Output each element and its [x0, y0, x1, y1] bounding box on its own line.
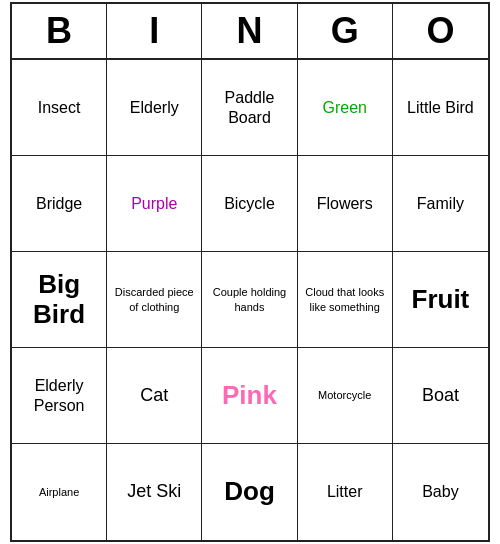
bingo-cell: Boat — [393, 348, 488, 444]
header-letter: I — [107, 4, 202, 58]
cell-text: Jet Ski — [127, 481, 181, 503]
bingo-cell: Little Bird — [393, 60, 488, 156]
bingo-cell: Pink — [202, 348, 297, 444]
cell-text: Green — [322, 98, 366, 117]
cell-text: Discarded piece of clothing — [111, 285, 197, 314]
cell-text: Boat — [422, 385, 459, 407]
cell-text: Paddle Board — [206, 88, 292, 126]
bingo-cell: Purple — [107, 156, 202, 252]
cell-text: Litter — [327, 482, 363, 501]
bingo-cell: Jet Ski — [107, 444, 202, 540]
bingo-cell: Dog — [202, 444, 297, 540]
cell-text: Airplane — [39, 485, 79, 499]
bingo-cell: Paddle Board — [202, 60, 297, 156]
cell-text: Little Bird — [407, 98, 474, 117]
bingo-cell: Fruit — [393, 252, 488, 348]
bingo-cell: Elderly Person — [12, 348, 107, 444]
header-letter: N — [202, 4, 297, 58]
header-letter: B — [12, 4, 107, 58]
bingo-cell: Green — [298, 60, 393, 156]
cell-text: Motorcycle — [318, 388, 371, 402]
bingo-cell: Family — [393, 156, 488, 252]
bingo-cell: Bridge — [12, 156, 107, 252]
cell-text: Big Bird — [16, 270, 102, 330]
cell-text: Dog — [224, 477, 275, 507]
cell-text: Fruit — [412, 285, 470, 315]
bingo-cell: Big Bird — [12, 252, 107, 348]
cell-text: Cat — [140, 385, 168, 407]
bingo-cell: Baby — [393, 444, 488, 540]
cell-text: Elderly — [130, 98, 179, 117]
bingo-card: BINGO InsectElderlyPaddle BoardGreenLitt… — [10, 2, 490, 542]
bingo-cell: Couple holding hands — [202, 252, 297, 348]
cell-text: Bicycle — [224, 194, 275, 213]
cell-text: Flowers — [317, 194, 373, 213]
header-letter: G — [298, 4, 393, 58]
bingo-cell: Cat — [107, 348, 202, 444]
cell-text: Baby — [422, 482, 458, 501]
bingo-header: BINGO — [12, 4, 488, 60]
bingo-cell: Motorcycle — [298, 348, 393, 444]
cell-text: Bridge — [36, 194, 82, 213]
bingo-cell: Flowers — [298, 156, 393, 252]
bingo-cell: Litter — [298, 444, 393, 540]
cell-text: Purple — [131, 194, 177, 213]
bingo-cell: Discarded piece of clothing — [107, 252, 202, 348]
bingo-grid: InsectElderlyPaddle BoardGreenLittle Bir… — [12, 60, 488, 540]
cell-text: Cloud that looks like something — [302, 285, 388, 314]
cell-text: Elderly Person — [16, 376, 102, 414]
bingo-cell: Airplane — [12, 444, 107, 540]
header-letter: O — [393, 4, 488, 58]
bingo-cell: Insect — [12, 60, 107, 156]
bingo-cell: Cloud that looks like something — [298, 252, 393, 348]
bingo-cell: Elderly — [107, 60, 202, 156]
cell-text: Insect — [38, 98, 81, 117]
bingo-cell: Bicycle — [202, 156, 297, 252]
cell-text: Family — [417, 194, 464, 213]
cell-text: Pink — [222, 381, 277, 411]
cell-text: Couple holding hands — [206, 285, 292, 314]
